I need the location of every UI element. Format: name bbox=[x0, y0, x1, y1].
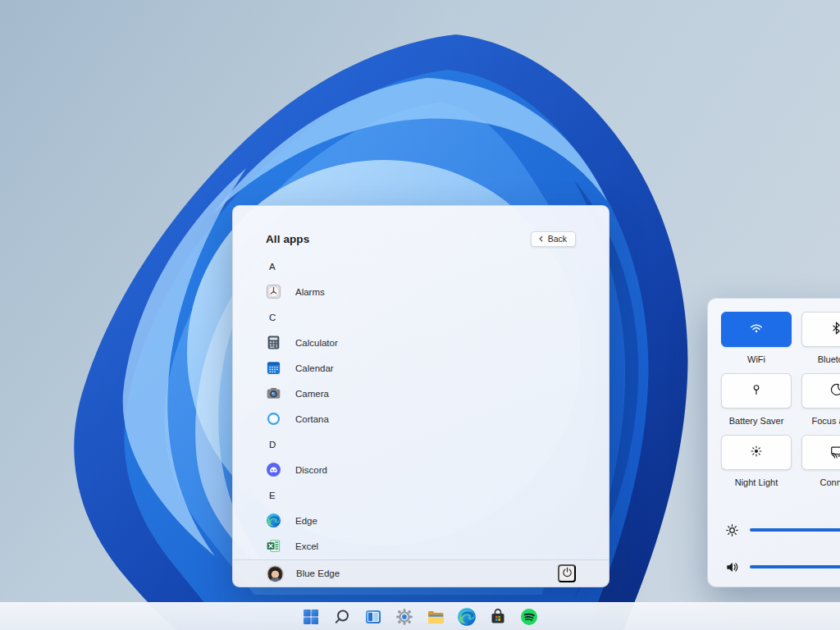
quick-settings-grid: WiFiBluetoothBattery SaverFocus assistNi… bbox=[721, 312, 840, 487]
all-apps-title: All apps bbox=[266, 233, 309, 245]
quick-tile-label: Focus assist bbox=[801, 416, 840, 426]
search-icon bbox=[332, 607, 352, 627]
spotify-icon bbox=[519, 607, 539, 627]
quick-tile-night-light-button[interactable] bbox=[721, 435, 792, 470]
app-item-excel[interactable]: Excel bbox=[266, 533, 592, 555]
app-item-cortana[interactable]: Cortana bbox=[266, 406, 592, 431]
quick-tile-label: Battery Saver bbox=[721, 416, 792, 426]
night-light-icon bbox=[749, 444, 764, 461]
brightness-slider-row bbox=[724, 520, 840, 540]
app-item-alarms[interactable]: Alarms bbox=[266, 279, 592, 304]
start-menu-panel: All apps Back AAlarmsCCalculatorCalendar… bbox=[232, 205, 609, 587]
section-letter-c[interactable]: C bbox=[266, 304, 592, 330]
taskbar-start-button[interactable] bbox=[299, 605, 322, 628]
back-button[interactable]: Back bbox=[531, 231, 576, 247]
app-item-calendar[interactable]: Calendar bbox=[266, 355, 592, 381]
app-label: Excel bbox=[295, 541, 318, 551]
user-name: Blue Edge bbox=[296, 568, 558, 578]
quick-setting-wifi: WiFi bbox=[721, 312, 792, 364]
quick-setting-battery-saver: Battery Saver bbox=[721, 373, 792, 426]
discord-icon bbox=[266, 462, 281, 477]
app-item-discord[interactable]: Discord bbox=[266, 457, 592, 482]
app-label: Discord bbox=[295, 465, 327, 475]
taskbar-settings-button[interactable] bbox=[393, 605, 416, 628]
app-label: Calendar bbox=[295, 363, 334, 373]
quick-tile-label: Night Light bbox=[721, 477, 792, 487]
brightness-slider[interactable] bbox=[750, 528, 840, 532]
app-label: Edge bbox=[295, 516, 317, 526]
brightness-icon bbox=[724, 523, 740, 538]
taskbar-search-button[interactable] bbox=[331, 605, 354, 628]
start-icon bbox=[301, 607, 321, 627]
quick-tile-focus-assist-button[interactable] bbox=[801, 373, 840, 409]
power-icon bbox=[561, 566, 573, 581]
quick-tile-wifi-button[interactable] bbox=[721, 312, 792, 347]
section-letter-e[interactable]: E bbox=[266, 482, 592, 508]
taskbar bbox=[0, 602, 840, 630]
all-apps-list[interactable]: AAlarmsCCalculatorCalendarCameraCortanaD… bbox=[266, 253, 592, 555]
file-explorer-icon bbox=[426, 607, 445, 627]
wifi-icon bbox=[749, 321, 764, 338]
cortana-icon bbox=[266, 411, 281, 427]
edge-icon bbox=[457, 607, 477, 627]
app-label: Alarms bbox=[295, 287, 325, 297]
app-item-edge[interactable]: Edge bbox=[266, 508, 592, 533]
quick-setting-night-light: Night Light bbox=[721, 435, 792, 487]
power-button[interactable] bbox=[558, 564, 576, 582]
quick-setting-bluetooth: Bluetooth bbox=[801, 312, 840, 364]
excel-icon bbox=[266, 538, 281, 554]
taskbar-spotify-button[interactable] bbox=[518, 605, 541, 628]
app-label: Camera bbox=[295, 389, 329, 399]
settings-icon bbox=[395, 607, 414, 627]
quick-settings-sliders bbox=[724, 520, 840, 594]
volume-icon bbox=[724, 559, 740, 575]
taskbar-file-explorer-button[interactable] bbox=[424, 605, 447, 628]
start-menu-user-bar: Blue Edge bbox=[233, 559, 609, 587]
user-avatar[interactable] bbox=[267, 566, 283, 582]
task-view-icon bbox=[363, 607, 383, 627]
quick-tile-label: Connect bbox=[801, 477, 840, 487]
quick-tile-bluetooth-button[interactable] bbox=[801, 312, 840, 347]
quick-tile-battery-saver-button[interactable] bbox=[721, 373, 792, 409]
quick-tile-label: WiFi bbox=[721, 354, 792, 364]
alarms-icon bbox=[266, 284, 281, 299]
taskbar-edge-button[interactable] bbox=[455, 605, 478, 628]
calendar-icon bbox=[266, 360, 281, 376]
battery-saver-icon bbox=[749, 382, 764, 399]
quick-settings-panel: WiFiBluetoothBattery SaverFocus assistNi… bbox=[707, 298, 840, 587]
section-letter-d[interactable]: D bbox=[266, 431, 592, 457]
start-menu-header: All apps Back bbox=[266, 231, 576, 247]
app-item-camera[interactable]: Camera bbox=[266, 381, 592, 406]
focus-icon bbox=[829, 382, 840, 399]
quick-tile-label: Bluetooth bbox=[801, 354, 840, 364]
edge-icon bbox=[266, 513, 281, 528]
calculator-icon bbox=[266, 335, 281, 350]
volume-slider-row bbox=[724, 557, 840, 577]
back-chevron-icon bbox=[538, 235, 544, 243]
volume-slider[interactable] bbox=[750, 565, 840, 568]
app-item-calculator[interactable]: Calculator bbox=[266, 330, 592, 355]
store-icon bbox=[488, 607, 508, 627]
app-label: Calculator bbox=[295, 338, 338, 348]
back-button-label: Back bbox=[548, 234, 567, 244]
bluetooth-icon bbox=[829, 321, 840, 338]
user-avatar-image bbox=[267, 566, 283, 582]
quick-setting-focus-assist: Focus assist bbox=[801, 373, 840, 426]
quick-tile-connect-button[interactable] bbox=[801, 435, 840, 470]
camera-icon bbox=[266, 386, 281, 401]
connect-icon bbox=[829, 444, 840, 461]
app-label: Cortana bbox=[295, 414, 329, 424]
quick-setting-connect: Connect bbox=[801, 435, 840, 487]
section-letter-a[interactable]: A bbox=[266, 253, 592, 279]
taskbar-task-view-button[interactable] bbox=[362, 605, 385, 628]
taskbar-store-button[interactable] bbox=[486, 605, 509, 628]
